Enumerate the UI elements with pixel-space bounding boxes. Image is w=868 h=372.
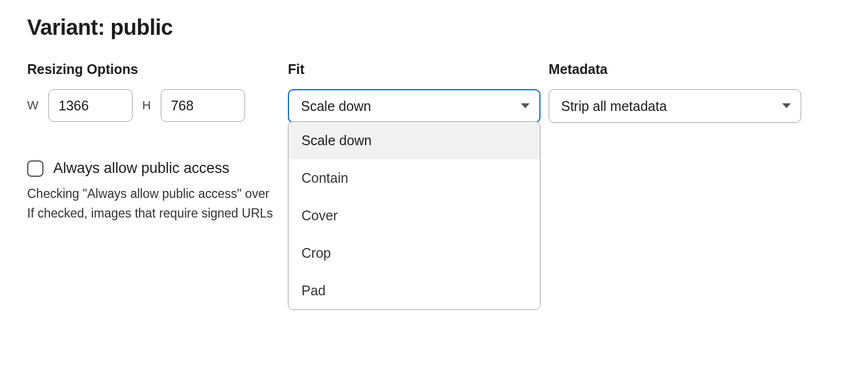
resizing-section: Resizing Options W H Always allow public… [27, 61, 288, 223]
fit-option-crop[interactable]: Crop [288, 234, 540, 272]
resizing-label: Resizing Options [27, 61, 288, 77]
metadata-select[interactable]: Strip all metadata [549, 89, 801, 123]
fit-option-contain[interactable]: Contain [288, 159, 540, 197]
width-label: W [27, 98, 39, 113]
chevron-down-icon [782, 103, 791, 108]
fit-selected-value: Scale down [301, 98, 371, 114]
page-title: Variant: public [27, 15, 841, 40]
fit-label: Fit [288, 61, 549, 77]
public-access-help: Checking "Always allow public access" ov… [27, 184, 288, 223]
height-input[interactable] [161, 89, 245, 122]
fit-option-scale-down[interactable]: Scale down [288, 122, 540, 159]
metadata-section: Metadata Strip all metadata [549, 61, 809, 123]
fit-option-cover[interactable]: Cover [288, 197, 540, 234]
fit-select[interactable]: Scale down [288, 89, 540, 123]
public-access-label: Always allow public access [53, 160, 229, 177]
height-label: H [142, 98, 151, 113]
public-access-checkbox[interactable] [27, 160, 43, 177]
chevron-down-icon [521, 103, 530, 108]
fit-option-pad[interactable]: Pad [288, 272, 540, 309]
metadata-selected-value: Strip all metadata [561, 98, 667, 114]
fit-dropdown: Scale down Contain Cover Crop Pad [288, 121, 540, 310]
metadata-label: Metadata [549, 61, 809, 77]
width-input[interactable] [48, 89, 133, 122]
fit-section: Fit Scale down Scale down Contain Cover … [288, 61, 549, 123]
